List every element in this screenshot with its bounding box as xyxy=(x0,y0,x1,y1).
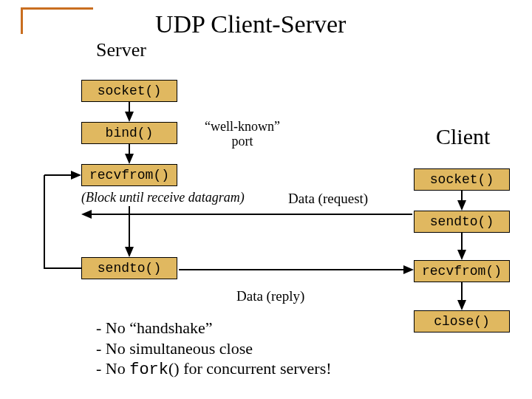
server-sendto-box: sendto() xyxy=(81,257,177,279)
client-heading: Client xyxy=(436,124,490,149)
note-2: - No simultaneous close xyxy=(96,338,332,359)
note-1: - No “handshake” xyxy=(96,318,332,338)
accent-line-h xyxy=(21,7,93,10)
page-title: UDP Client-Server xyxy=(155,10,346,38)
server-heading: Server xyxy=(96,39,146,61)
client-recvfrom-box: recvfrom() xyxy=(414,260,510,282)
server-socket-box: socket() xyxy=(81,80,177,102)
accent-line-v xyxy=(21,7,23,34)
note-3a: - No xyxy=(96,359,129,378)
note-3b: fork xyxy=(129,361,168,379)
client-socket-box: socket() xyxy=(414,168,510,191)
notes-block: - No “handshake” - No simultaneous close… xyxy=(96,318,332,381)
server-bind-box: bind() xyxy=(81,122,177,144)
note-3c: () for concurrent servers! xyxy=(168,359,332,378)
data-reply-label: Data (reply) xyxy=(236,288,304,304)
client-close-box: close() xyxy=(414,310,510,332)
note-3: - No fork() for concurrent servers! xyxy=(96,358,332,381)
block-until-label: (Block until receive datagram) xyxy=(81,190,245,205)
server-recvfrom-box: recvfrom() xyxy=(81,164,177,186)
well-known-line1: “well-known” xyxy=(205,119,280,134)
well-known-line2: port xyxy=(232,134,253,149)
well-known-port-label: “well-known” port xyxy=(198,120,287,149)
data-request-label: Data (request) xyxy=(288,191,368,207)
loop-path xyxy=(44,175,81,268)
client-sendto-box: sendto() xyxy=(414,211,510,233)
